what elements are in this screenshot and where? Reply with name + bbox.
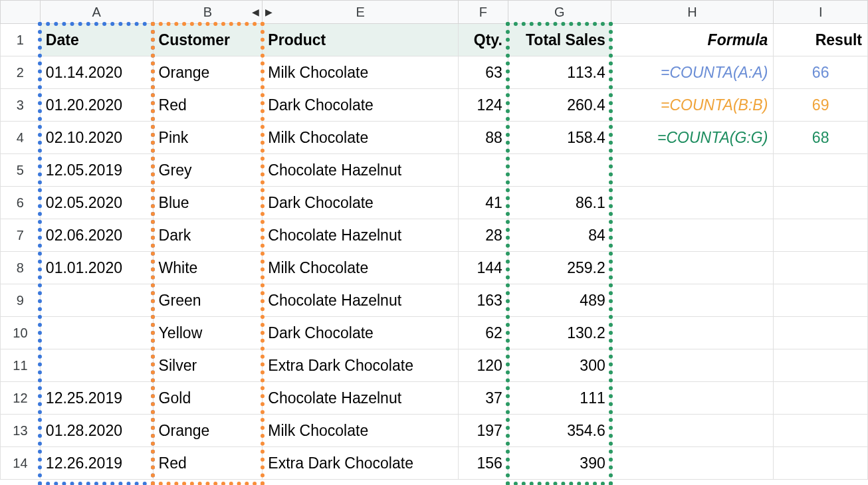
cell[interactable] [458, 154, 508, 187]
column-header-B[interactable]: B◀ [153, 1, 263, 24]
cell[interactable]: 144 [458, 252, 508, 284]
cell[interactable]: 12.25.2019 [40, 382, 153, 415]
cell[interactable]: Chocolate Hazelnut [263, 154, 459, 187]
cell[interactable]: 489 [508, 284, 611, 317]
cell[interactable]: Dark [153, 219, 263, 252]
cell[interactable]: Chocolate Hazelnut [263, 284, 459, 317]
cell[interactable]: 156 [458, 447, 508, 480]
column-header-H[interactable]: H [611, 1, 774, 24]
cell[interactable]: Milk Chocolate [263, 252, 459, 284]
row-header[interactable]: 13 [1, 415, 41, 447]
row-header[interactable]: 8 [1, 252, 41, 284]
cell[interactable]: 197 [458, 415, 508, 447]
cell[interactable]: 84 [508, 219, 611, 252]
cell[interactable]: Gold [153, 382, 263, 415]
cell[interactable] [774, 219, 868, 252]
cell[interactable]: 111 [508, 382, 611, 415]
cell[interactable]: 01.20.2020 [40, 89, 153, 122]
cell[interactable]: 37 [458, 382, 508, 415]
header-cell-E[interactable]: Product [263, 24, 459, 56]
row-header[interactable]: 6 [1, 187, 41, 219]
cell[interactable]: Chocolate Hazelnut [263, 382, 459, 415]
cell[interactable]: =COUNTA(A:A) [611, 56, 774, 89]
cell[interactable] [611, 382, 774, 415]
cell[interactable]: 68 [774, 122, 868, 154]
collapse-right-icon[interactable]: ▶ [265, 7, 272, 17]
cell[interactable]: 390 [508, 447, 611, 480]
cell[interactable]: =COUNTA(G:G) [611, 122, 774, 154]
header-cell-G[interactable]: Total Sales [508, 24, 611, 56]
cell[interactable]: Red [153, 89, 263, 122]
header-cell-B[interactable]: Customer [153, 24, 263, 56]
row-header[interactable]: 5 [1, 154, 41, 187]
cell[interactable]: 62 [458, 317, 508, 349]
row-header[interactable]: 4 [1, 122, 41, 154]
cell[interactable] [508, 154, 611, 187]
row-header[interactable]: 7 [1, 219, 41, 252]
cell[interactable]: 01.01.2020 [40, 252, 153, 284]
cell[interactable]: 120 [458, 349, 508, 382]
header-cell-I[interactable]: Result [774, 24, 868, 56]
column-header-E[interactable]: E▶ [263, 1, 459, 24]
cell[interactable] [774, 284, 868, 317]
cell[interactable]: 158.4 [508, 122, 611, 154]
cell[interactable]: 124 [458, 89, 508, 122]
cell[interactable]: 130.2 [508, 317, 611, 349]
cell[interactable]: 01.28.2020 [40, 415, 153, 447]
cell[interactable] [774, 317, 868, 349]
row-header[interactable]: 10 [1, 317, 41, 349]
cell[interactable] [774, 415, 868, 447]
cell[interactable]: 259.2 [508, 252, 611, 284]
cell[interactable] [40, 317, 153, 349]
cell[interactable] [774, 187, 868, 219]
cell[interactable]: Dark Chocolate [263, 317, 459, 349]
cell[interactable]: Orange [153, 415, 263, 447]
row-header[interactable]: 1 [1, 24, 41, 56]
cell[interactable]: =COUNTA(B:B) [611, 89, 774, 122]
cell[interactable] [611, 349, 774, 382]
cell[interactable]: Dark Chocolate [263, 187, 459, 219]
cell[interactable] [40, 349, 153, 382]
row-header[interactable]: 11 [1, 349, 41, 382]
corner-cell[interactable] [1, 1, 41, 24]
cell[interactable]: 12.05.2019 [40, 154, 153, 187]
cell[interactable] [774, 154, 868, 187]
row-header[interactable]: 12 [1, 382, 41, 415]
cell[interactable] [611, 219, 774, 252]
cell[interactable]: Chocolate Hazelnut [263, 219, 459, 252]
cell[interactable] [774, 349, 868, 382]
column-header-F[interactable]: F [458, 1, 508, 24]
cell[interactable]: 163 [458, 284, 508, 317]
cell[interactable]: 354.6 [508, 415, 611, 447]
cell[interactable] [611, 447, 774, 480]
cell[interactable]: 86.1 [508, 187, 611, 219]
cell[interactable]: Milk Chocolate [263, 415, 459, 447]
cell[interactable]: Milk Chocolate [263, 122, 459, 154]
row-header[interactable]: 9 [1, 284, 41, 317]
row-header[interactable]: 14 [1, 447, 41, 480]
cell[interactable]: 28 [458, 219, 508, 252]
cell[interactable]: Yellow [153, 317, 263, 349]
cell[interactable]: White [153, 252, 263, 284]
cell[interactable]: Silver [153, 349, 263, 382]
cell[interactable]: 113.4 [508, 56, 611, 89]
cell[interactable] [611, 252, 774, 284]
collapse-left-icon[interactable]: ◀ [252, 7, 259, 17]
cell[interactable]: Green [153, 284, 263, 317]
cell[interactable]: 63 [458, 56, 508, 89]
cell[interactable] [774, 447, 868, 480]
cell[interactable] [611, 317, 774, 349]
column-header-A[interactable]: A [40, 1, 153, 24]
column-header-I[interactable]: I [774, 1, 868, 24]
cell[interactable]: 300 [508, 349, 611, 382]
cell[interactable] [774, 252, 868, 284]
cell[interactable]: 69 [774, 89, 868, 122]
cell[interactable] [611, 154, 774, 187]
header-cell-H[interactable]: Formula [611, 24, 774, 56]
cell[interactable] [611, 187, 774, 219]
cell[interactable] [611, 284, 774, 317]
row-header[interactable]: 2 [1, 56, 41, 89]
sheet-table[interactable]: AB◀E▶FGHI1DateCustomerProductQty.Total S… [0, 0, 868, 480]
cell[interactable]: Dark Chocolate [263, 89, 459, 122]
cell[interactable] [774, 382, 868, 415]
